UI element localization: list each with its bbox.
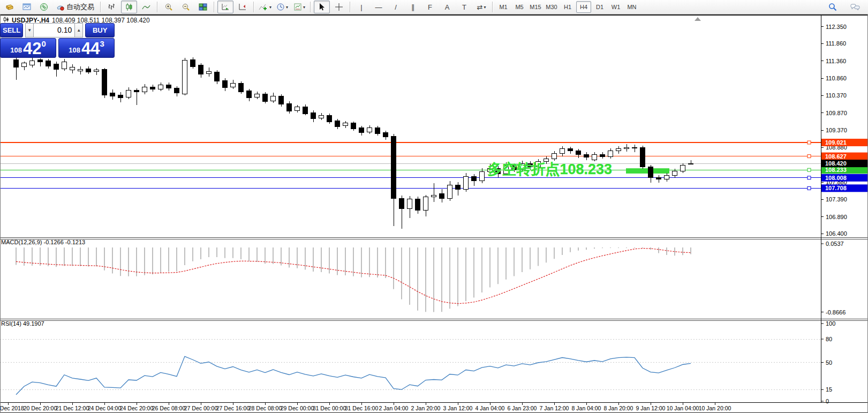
time-axis-label: 4 Jan 04:00 — [475, 405, 505, 411]
candlestick-chart-icon[interactable] — [121, 1, 137, 13]
price-axis-label: 106.890 — [826, 214, 847, 220]
candle-body — [359, 128, 364, 133]
buy-button[interactable]: BUY — [85, 23, 115, 37]
toolbar-separator — [157, 2, 158, 12]
macd-label: MACD(12,26,9) -0.1266 -0.1213 — [1, 239, 85, 245]
time-axis-label: 8 Jan 04:00 — [572, 405, 601, 411]
tile-windows-icon[interactable] — [195, 1, 211, 13]
price-axis-label: 111.360 — [826, 58, 846, 64]
line-chart-icon[interactable] — [138, 1, 154, 13]
candle-body — [673, 171, 677, 175]
bid-price-button[interactable]: 108 42 0 — [0, 38, 56, 58]
gold-cube-icon[interactable] — [2, 1, 18, 13]
time-axis-label: 9 Jan 12:00 — [636, 405, 666, 411]
auto-scroll-icon[interactable] — [217, 1, 233, 13]
time-axis-label: 31 Dec 16:00 — [345, 405, 379, 411]
candle-body — [608, 151, 613, 156]
vertical-line-tool[interactable]: | — [353, 1, 369, 13]
label-icon: T — [462, 4, 466, 11]
templates-icon[interactable]: ▾ — [291, 1, 307, 13]
candle-body — [158, 85, 163, 89]
candle-body — [560, 148, 565, 154]
candle-body — [287, 103, 292, 111]
ask-price-button[interactable]: 108 44 3 — [58, 38, 115, 58]
window-top-border — [0, 14, 868, 16]
ask-pip: 3 — [100, 39, 104, 48]
text-tool[interactable]: A — [439, 1, 455, 13]
candle-body — [440, 194, 444, 198]
indicators-icon[interactable]: ▾ — [257, 1, 273, 13]
lot-increase-button[interactable]: ▲ — [74, 23, 83, 37]
chart-shift-icon[interactable] — [235, 1, 251, 13]
level-price-tag-text: 108.627 — [825, 153, 847, 160]
candle-body — [480, 172, 485, 181]
candle-body — [407, 199, 412, 208]
candle-body — [118, 95, 123, 98]
channel-tool[interactable]: ∥ — [405, 1, 421, 13]
candle-body — [167, 85, 171, 88]
trendline-tool[interactable]: / — [388, 1, 404, 13]
arrows-tool[interactable]: ⇄▾ — [473, 1, 489, 13]
candle-body — [263, 94, 268, 101]
candle-body — [576, 151, 581, 155]
cursor-icon[interactable] — [314, 1, 330, 13]
terminal-icon[interactable] — [19, 1, 35, 13]
sell-button[interactable]: SELL — [0, 23, 23, 37]
level-price-tag-text: 109.021 — [825, 139, 847, 146]
candle-body — [311, 113, 316, 119]
candle-body — [110, 93, 115, 96]
timeframe-button-M15[interactable]: M15 — [528, 1, 543, 13]
timeframe-button-M1[interactable]: M1 — [496, 1, 511, 13]
rsi-scale-label: 0 — [826, 398, 829, 404]
timeframe-button-MN[interactable]: MN — [624, 1, 639, 13]
time-axis-label: 20 Dec 20:00 — [24, 405, 57, 411]
timeframe-button-H1[interactable]: H1 — [560, 1, 575, 13]
macd-scale-label: -0.8666 — [826, 309, 846, 316]
level-handle — [807, 186, 811, 190]
highlight-zone[interactable] — [626, 168, 669, 174]
timeframe-button-M30[interactable]: M30 — [544, 1, 559, 13]
auto-trading-button[interactable]: 自动交易 — [53, 1, 97, 13]
lot-decrease-button[interactable]: ▼ — [25, 23, 34, 37]
timeframe-button-W1[interactable]: W1 — [608, 1, 623, 13]
bid-pip: 0 — [41, 39, 46, 48]
bid-prefix: 108 — [10, 46, 22, 54]
candle-body — [375, 127, 380, 133]
periods-icon[interactable]: ▾ — [274, 1, 290, 13]
bars-chart-icon[interactable] — [104, 1, 120, 13]
candle-body — [142, 87, 147, 92]
candle-body — [335, 121, 340, 126]
time-axis-label: 8 Jan 20:00 — [604, 405, 633, 411]
crosshair-icon[interactable] — [331, 1, 347, 13]
timeframe-button-M5[interactable]: M5 — [512, 1, 527, 13]
candle-body — [199, 65, 203, 74]
ask-big: 44 — [81, 41, 100, 57]
annotation-text[interactable]: 多空转折点108.233 — [487, 161, 612, 177]
chat-icon[interactable] — [847, 1, 863, 13]
horizontal-line-tool[interactable]: — — [371, 1, 387, 13]
candle-body — [464, 176, 469, 189]
search-icon[interactable] — [825, 1, 841, 13]
toolbar-separator — [310, 2, 311, 12]
lot-size-input[interactable]: 0.10 — [34, 23, 74, 37]
price-axis-label: 110.860 — [826, 75, 847, 81]
price-axis-label: 106.400 — [826, 230, 847, 237]
time-axis-label: 6 Jan 23:00 — [508, 405, 537, 411]
trendline-icon: / — [395, 4, 397, 11]
timeframe-button-H4[interactable]: H4 — [576, 1, 591, 13]
zoom-in-icon[interactable] — [161, 1, 177, 13]
signal-icon[interactable] — [36, 1, 52, 13]
time-axis-label: 27 Dec 16:00 — [216, 405, 250, 411]
label-tool[interactable]: T — [456, 1, 472, 13]
dropdown-caret-icon: ▾ — [269, 5, 271, 10]
dropdown-caret-icon: ▾ — [303, 5, 305, 10]
timeframe-button-D1[interactable]: D1 — [592, 1, 607, 13]
candle-body — [432, 196, 436, 197]
zoom-out-icon[interactable] — [178, 1, 194, 13]
candle-body — [391, 136, 396, 198]
candle-body — [456, 185, 461, 189]
candle-body — [592, 154, 597, 160]
time-axis-label: 3 Jan 12:00 — [443, 405, 473, 411]
fibonacci-tool[interactable]: F — [422, 1, 438, 13]
chart-canvas[interactable]: 多空转折点108.233MACD(12,26,9) -0.1266 -0.121… — [0, 14, 868, 413]
